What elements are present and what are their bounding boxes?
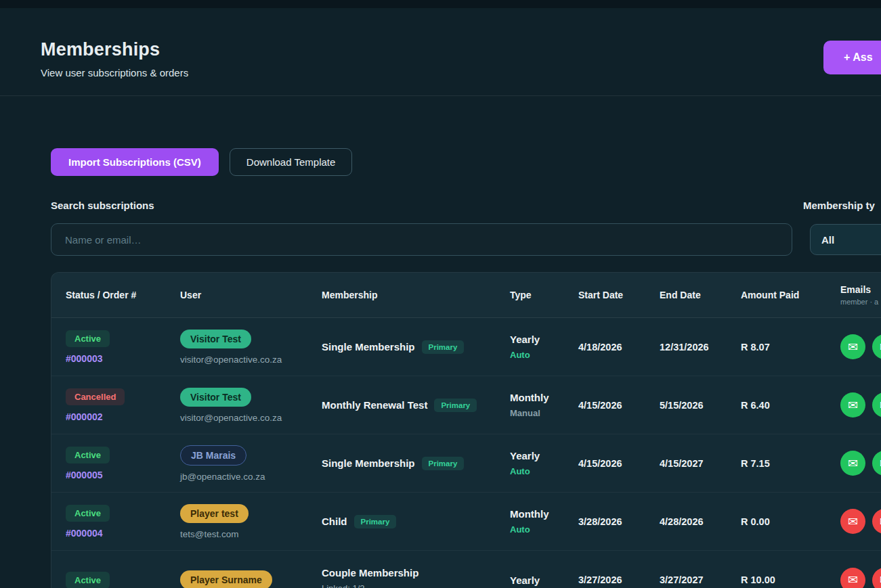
type-cell: Monthly Auto [510,508,578,535]
type-cell: Yearly Auto [510,334,578,360]
table-row: Active Player Surname Couple Membership … [51,551,881,588]
linked-label: Linked: 1/2 [322,583,365,588]
end-date: 4/28/2026 [660,516,704,527]
membership-line: Child Primary [322,515,396,528]
primary-badge: Primary [434,399,477,412]
membership-cell: Monthly Renewal Test Primary [322,399,510,412]
type-mode: Auto [510,350,530,360]
download-template-button[interactable]: Download Template [230,148,352,176]
start-date: 4/18/2026 [578,342,622,353]
status-badge: Active [66,447,110,463]
start-date: 4/15/2026 [578,400,622,411]
membership-name: Single Membership [322,341,415,353]
membership-cell: Child Primary [322,515,510,528]
order-number-link[interactable]: #000003 [66,353,103,364]
search-input[interactable] [51,223,792,256]
start-date-cell: 3/27/2026 [578,574,660,585]
col-header-start-date: Start Date [578,290,660,300]
status-order-cell: Active #000005 [66,447,180,480]
type-name: Yearly [510,450,540,461]
end-date-cell: 3/27/2027 [660,574,741,585]
primary-badge: Primary [422,457,465,470]
type-mode: Manual [510,408,540,418]
admin-email-button[interactable]: ✉ [872,509,881,534]
order-number-link[interactable]: #000004 [66,528,103,539]
member-email-button[interactable]: ✉ [840,334,865,359]
table-row: Active #000003 Visitor Test visitor@open… [51,318,881,376]
type-cell: Yearly [510,574,578,586]
member-email-button[interactable]: ✉ [840,509,865,534]
user-email: visitor@openactive.co.za [180,413,282,423]
page-subtitle: View user subscriptions & orders [41,67,188,78]
membership-type-select[interactable]: All [810,224,881,255]
user-cell: Player Surname [180,570,322,588]
page-header: Memberships View user subscriptions & or… [41,39,188,78]
type-mode: Auto [510,466,530,476]
status-order-cell: Active [66,572,180,588]
assign-membership-button[interactable]: + Ass [823,41,881,74]
emails-cell: ✉ ✉ [840,451,881,476]
membership-name: Single Membership [322,457,415,469]
end-date: 12/31/2026 [660,342,709,353]
membership-name: Couple Membership [322,567,418,579]
col-header-emails: Emails member · a [840,284,881,306]
subscriptions-table: Status / Order # User Membership Type St… [51,272,881,588]
start-date-cell: 3/28/2026 [578,516,660,527]
amount-paid: R 7.15 [741,458,770,469]
import-subscriptions-button[interactable]: Import Subscriptions (CSV) [51,148,219,176]
status-order-cell: Active #000004 [66,505,180,539]
envelope-icon: ✉ [848,516,858,528]
start-date-cell: 4/15/2026 [578,458,660,469]
type-cell: Monthly Manual [510,392,578,418]
order-number-link[interactable]: #000002 [66,411,103,422]
admin-email-button[interactable]: ✉ [872,392,881,417]
emails-header-sub: member · a [840,298,881,306]
status-badge: Active [66,505,110,522]
envelope-icon: ✉ [848,341,858,353]
search-label: Search subscriptions [51,200,154,211]
amount-paid-cell: R 0.00 [741,516,840,527]
user-pill[interactable]: JB Marais [180,445,246,466]
type-cell: Yearly Auto [510,450,578,476]
admin-email-button[interactable]: ✉ [872,451,881,476]
toolbar: Import Subscriptions (CSV) Download Temp… [51,148,352,176]
member-email-button[interactable]: ✉ [840,451,865,476]
membership-cell: Single Membership Primary [322,457,510,470]
end-date: 5/15/2026 [660,400,704,411]
status-order-cell: Active #000003 [66,330,180,364]
order-number-link[interactable]: #000005 [66,470,103,480]
user-pill[interactable]: Visitor Test [180,330,251,348]
member-email-button[interactable]: ✉ [840,392,865,417]
membership-name: Child [322,516,347,527]
primary-badge: Primary [354,515,397,528]
table-body: Active #000003 Visitor Test visitor@open… [51,318,881,588]
user-cell: JB Marais jb@openactive.co.za [180,445,322,482]
envelope-icon: ✉ [848,399,858,411]
type-name: Monthly [510,508,549,520]
user-pill[interactable]: Player Surname [180,570,272,588]
table-row: Active #000005 JB Marais jb@openactive.c… [51,434,881,493]
amount-paid: R 6.40 [741,400,770,411]
end-date-cell: 5/15/2026 [660,400,741,411]
end-date-cell: 4/28/2026 [660,516,741,527]
user-email: jb@openactive.co.za [180,472,265,482]
membership-line: Single Membership Primary [322,340,464,354]
membership-type-label: Membership ty [803,200,875,211]
membership-line: Single Membership Primary [322,457,464,470]
membership-line: Couple Membership [322,567,418,579]
admin-email-button[interactable]: ✉ [872,334,881,359]
end-date-cell: 4/15/2027 [660,458,741,469]
start-date: 3/28/2026 [578,516,622,527]
amount-paid: R 10.00 [741,574,775,585]
table-row: Active #000004 Player test tets@test.com… [51,493,881,551]
user-email: visitor@openactive.co.za [180,355,282,365]
amount-paid-cell: R 10.00 [741,574,840,585]
admin-email-button[interactable]: ✉ [872,568,881,588]
member-email-button[interactable]: ✉ [840,568,865,588]
primary-badge: Primary [422,340,465,354]
status-order-cell: Cancelled #000002 [66,388,180,422]
user-pill[interactable]: Player test [180,504,249,523]
user-pill[interactable]: Visitor Test [180,388,251,407]
emails-cell: ✉ ✉ [840,334,881,359]
user-email: tets@test.com [180,529,238,539]
